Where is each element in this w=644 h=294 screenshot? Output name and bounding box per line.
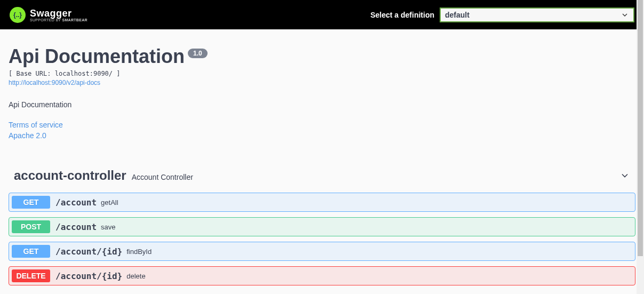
topbar: {..} Swagger Supported by SMARTBEAR Sele…	[0, 0, 644, 29]
operation-path: /account	[55, 222, 97, 232]
page-title: Api Documentation	[9, 45, 185, 68]
definition-select[interactable]: default	[440, 7, 634, 22]
logo[interactable]: {..} Swagger Supported by SMARTBEAR	[10, 7, 88, 23]
definition-selector: Select a definition default	[370, 7, 634, 22]
operation-summary: delete	[126, 272, 145, 280]
swagger-logo-icon: {..}	[10, 7, 26, 23]
api-docs-link[interactable]: http://localhost:9090/v2/api-docs	[9, 79, 100, 86]
operation-row[interactable]: GET/account/{id}findById	[9, 242, 635, 261]
logo-sub-text: Supported by SMARTBEAR	[30, 18, 88, 22]
operation-summary: getAll	[101, 198, 118, 206]
tag-description: Account Controller	[132, 173, 193, 181]
tag-section: account-controller Account Controller GE…	[9, 164, 635, 285]
license-link[interactable]: Apache 2.0	[9, 131, 635, 140]
api-description: Api Documentation	[9, 100, 635, 109]
operation-path: /account	[55, 197, 97, 208]
logo-main-text: Swagger	[30, 8, 88, 19]
operation-row[interactable]: POST/accountsave	[9, 217, 635, 236]
version-badge: 1.0	[188, 49, 208, 58]
definition-label: Select a definition	[370, 11, 434, 19]
method-badge: GET	[12, 245, 50, 258]
method-badge: DELETE	[12, 269, 50, 282]
tag-name: account-controller	[14, 168, 126, 183]
terms-of-service-link[interactable]: Terms of service	[9, 121, 635, 129]
operation-summary: findById	[126, 248, 152, 256]
operation-path: /account/{id}	[55, 247, 122, 257]
tag-header[interactable]: account-controller Account Controller	[9, 164, 635, 187]
operation-row[interactable]: GET/accountgetAll	[9, 193, 635, 212]
method-badge: GET	[12, 196, 50, 209]
chevron-down-icon	[619, 170, 630, 181]
scrollbar-track[interactable]	[637, 0, 644, 294]
method-badge: POST	[12, 220, 50, 233]
operation-row[interactable]: DELETE/account/{id}delete	[9, 266, 635, 285]
operation-summary: save	[101, 223, 115, 231]
base-url: [ Base URL: localhost:9090/ ]	[9, 70, 635, 77]
operation-path: /account/{id}	[55, 271, 122, 281]
scrollbar-thumb[interactable]	[638, 0, 643, 256]
operations-list: GET/accountgetAllPOST/accountsaveGET/acc…	[9, 193, 635, 285]
